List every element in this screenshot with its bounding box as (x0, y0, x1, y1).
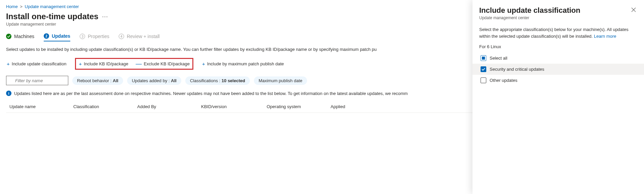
pill-label: Maximum publish date (259, 78, 302, 83)
option-label: Other updates (490, 78, 517, 83)
classification-panel: Include update classification Update man… (472, 0, 644, 194)
panel-description: Select the appropriate classification(s)… (479, 26, 637, 39)
button-label: Include KB ID/package (84, 61, 128, 66)
tab-label: Updates (52, 33, 70, 39)
reboot-behavior-filter[interactable]: Reboot behavior : All (72, 76, 123, 85)
filter-name-input[interactable] (6, 76, 68, 85)
step-number-icon: 4 (119, 34, 124, 39)
highlight-annotation: + Include KB ID/package — Exclude KB ID/… (75, 58, 193, 70)
pill-label: Classifications : (190, 78, 220, 83)
breadcrumb-separator: > (20, 4, 23, 9)
button-label: Include by maximum patch publish date (207, 61, 284, 66)
button-label: Exclude KB ID/package (144, 61, 190, 66)
select-all-row[interactable]: Select all (479, 53, 637, 64)
learn-more-link[interactable]: Learn more (594, 34, 616, 39)
close-icon (631, 7, 636, 12)
check-icon (6, 34, 11, 39)
checkbox-checked-icon (481, 66, 486, 72)
other-updates-row[interactable]: Other updates (479, 75, 637, 86)
option-label: Security and critical updates (490, 67, 544, 72)
tab-label: Review + install (127, 34, 160, 39)
pill-value: All (171, 78, 177, 83)
pill-value: 10 selected (222, 78, 245, 83)
close-panel-button[interactable] (630, 6, 637, 14)
pill-label: Updates added by : (132, 78, 170, 83)
exclude-kb-button[interactable]: — Exclude KB ID/package (135, 60, 190, 68)
tab-label: Machines (14, 34, 34, 39)
classifications-filter[interactable]: Classifications : 10 selected (185, 76, 250, 85)
col-os[interactable]: Operating system (267, 104, 331, 109)
minus-icon: — (136, 62, 142, 65)
tab-properties[interactable]: 3 Properties (80, 34, 109, 41)
include-by-date-button[interactable]: + Include by maximum patch publish date (201, 60, 285, 68)
pill-label: Reboot behavior : (77, 78, 112, 83)
step-number-icon: 2 (44, 33, 49, 39)
plus-icon: + (202, 61, 205, 67)
max-publish-date-filter[interactable]: Maximum publish date (254, 76, 307, 85)
checkbox-unchecked-icon (481, 77, 486, 83)
updates-added-by-filter[interactable]: Updates added by : All (127, 76, 181, 85)
info-text: Updates listed here are as per the last … (14, 91, 408, 96)
col-kbid[interactable]: KBID/version (201, 104, 267, 109)
panel-subtitle: Update management center (479, 15, 580, 20)
panel-scope: For 6 Linux (479, 44, 637, 49)
plus-icon: + (7, 61, 10, 67)
tab-review-install[interactable]: 4 Review + install (119, 34, 160, 41)
col-applied[interactable]: Applied (331, 104, 378, 109)
col-added-by[interactable]: Added By (137, 104, 201, 109)
more-actions-button[interactable]: ⋯ (102, 13, 108, 20)
breadcrumb-home[interactable]: Home (6, 4, 18, 9)
include-kb-button[interactable]: + Include KB ID/package (78, 60, 129, 68)
tab-updates[interactable]: 2 Updates (44, 33, 70, 41)
panel-title: Include update classification (479, 6, 580, 15)
info-icon: i (6, 91, 11, 96)
tab-label: Properties (88, 34, 109, 39)
col-update-name[interactable]: Update name (6, 104, 73, 109)
checkbox-indeterminate-icon (481, 55, 486, 61)
breadcrumb-update-center[interactable]: Update management center (25, 4, 79, 9)
button-label: Include update classification (12, 61, 67, 66)
step-number-icon: 3 (80, 34, 85, 39)
option-label: Select all (490, 56, 507, 61)
page-title: Install one-time updates (6, 12, 99, 21)
security-updates-row[interactable]: Security and critical updates (472, 64, 644, 75)
col-classification[interactable]: Classification (73, 104, 137, 109)
include-classification-button[interactable]: + Include update classification (6, 60, 67, 68)
pill-value: All (113, 78, 118, 83)
plus-icon: + (79, 61, 82, 67)
tab-machines[interactable]: Machines (6, 34, 34, 41)
